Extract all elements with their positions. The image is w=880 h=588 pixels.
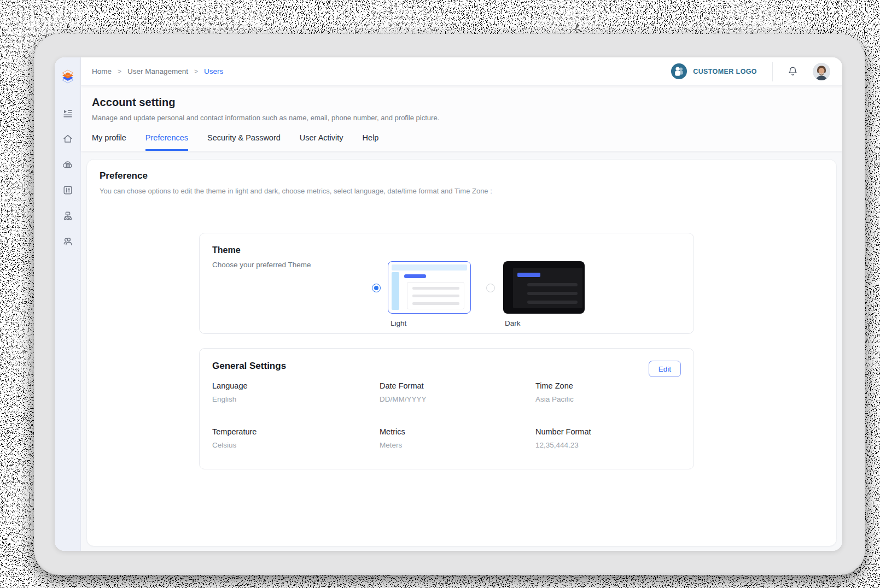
- account-header: Account setting Manage and update person…: [81, 86, 842, 151]
- breadcrumb-separator: >: [118, 68, 121, 75]
- general-settings-row: Language English Date Format DD/MM/YYYY …: [212, 381, 681, 403]
- customer-logo: CUSTOMER LOGO: [671, 63, 757, 79]
- topbar-right: CUSTOMER LOGO: [671, 62, 830, 81]
- user-avatar[interactable]: [813, 63, 830, 80]
- preference-description: You can chose options to edit the theme …: [100, 187, 492, 195]
- customer-logo-icon: [671, 63, 687, 79]
- preference-title: Preference: [100, 170, 148, 181]
- preview-text-line: [412, 302, 459, 305]
- cloud-database-icon[interactable]: [62, 159, 73, 170]
- collapse-menu-icon[interactable]: [62, 108, 73, 119]
- breadcrumb-users[interactable]: Users: [204, 67, 223, 75]
- field-time-zone: Time Zone Asia Pacific: [535, 381, 574, 403]
- content-area: Preference You can chose options to edit…: [81, 151, 842, 551]
- breadcrumb: Home > User Management > Users: [92, 67, 223, 75]
- field-number-format: Number Format 12,35,444.23: [535, 427, 591, 449]
- preview-accent-bar: [517, 273, 540, 277]
- page-title: Account setting: [92, 96, 831, 109]
- theme-title: Theme: [212, 245, 241, 255]
- preferences-sliders-icon[interactable]: [62, 185, 73, 196]
- field-label: Time Zone: [535, 381, 574, 390]
- preview-content-box: [513, 268, 582, 308]
- field-label: Metrics: [380, 427, 535, 436]
- preview-accent-bar: [404, 274, 426, 278]
- edit-button[interactable]: Edit: [649, 361, 681, 377]
- field-label: Date Format: [380, 381, 535, 390]
- app-window: Home > User Management > Users: [55, 57, 842, 551]
- field-value: Celsius: [212, 441, 380, 449]
- field-metrics: Metrics Meters: [380, 427, 535, 449]
- preview-topbar: [392, 264, 467, 271]
- screenshot-stage: Home > User Management > Users: [0, 0, 880, 588]
- topbar-divider: [772, 62, 773, 81]
- notification-bell-icon[interactable]: [787, 66, 799, 78]
- theme-light-radio[interactable]: [372, 284, 381, 292]
- field-value: English: [212, 395, 380, 403]
- home-icon[interactable]: [62, 133, 73, 144]
- app-logo-icon: [60, 69, 75, 86]
- tab-security-password[interactable]: Security & Password: [207, 133, 281, 151]
- theme-section: Theme Choose your preferred Theme: [199, 233, 694, 334]
- topbar: Home > User Management > Users: [81, 57, 842, 86]
- field-label: Number Format: [535, 427, 591, 436]
- main-area: Home > User Management > Users: [81, 57, 842, 551]
- page-subtitle: Manage and update personal and contact i…: [92, 114, 831, 122]
- preference-card: Preference You can chose options to edit…: [86, 159, 837, 546]
- field-label: Temperature: [212, 427, 380, 436]
- preview-text-line: [527, 292, 578, 295]
- field-value: Asia Pacific: [535, 395, 574, 403]
- theme-dark-preview[interactable]: [503, 261, 585, 314]
- theme-dark-label: Dark: [505, 319, 521, 327]
- preview-content-box: [407, 282, 464, 309]
- breadcrumb-separator: >: [194, 68, 198, 75]
- field-date-format: Date Format DD/MM/YYYY: [380, 381, 535, 403]
- tab-help[interactable]: Help: [363, 133, 379, 151]
- preview-text-line: [412, 287, 459, 290]
- theme-light-label: Light: [391, 319, 406, 327]
- general-settings-section: General Settings Edit Language English D…: [199, 348, 694, 469]
- field-value: DD/MM/YYYY: [380, 395, 535, 403]
- sidebar: [55, 57, 81, 551]
- tab-my-profile[interactable]: My profile: [92, 133, 126, 151]
- tab-bar: My profile Preferences Security & Passwo…: [92, 133, 831, 151]
- general-settings-title: General Settings: [212, 361, 286, 372]
- field-value: Meters: [380, 441, 535, 449]
- preview-text-line: [527, 283, 578, 286]
- users-icon[interactable]: [62, 236, 73, 247]
- device-bezel: Home > User Management > Users: [34, 34, 865, 575]
- field-label: Language: [212, 381, 380, 390]
- theme-dark-radio[interactable]: [486, 284, 495, 292]
- breadcrumb-user-management[interactable]: User Management: [127, 67, 188, 75]
- breadcrumb-home[interactable]: Home: [92, 67, 112, 75]
- field-temperature: Temperature Celsius: [212, 427, 380, 449]
- sidebar-nav: [62, 108, 73, 247]
- field-language: Language English: [212, 381, 380, 403]
- org-chart-icon[interactable]: [62, 210, 73, 221]
- theme-subtitle: Choose your preferred Theme: [212, 261, 311, 269]
- preview-text-line: [412, 295, 459, 297]
- preview-sidebar: [392, 272, 399, 310]
- tab-user-activity[interactable]: User Activity: [300, 133, 343, 151]
- tab-preferences[interactable]: Preferences: [145, 133, 188, 151]
- preview-text-line: [527, 301, 578, 304]
- general-settings-row: Temperature Celsius Metrics Meters Numbe…: [212, 427, 681, 449]
- field-value: 12,35,444.23: [535, 441, 591, 449]
- theme-light-preview[interactable]: [388, 261, 471, 314]
- customer-logo-label: CUSTOMER LOGO: [693, 68, 757, 75]
